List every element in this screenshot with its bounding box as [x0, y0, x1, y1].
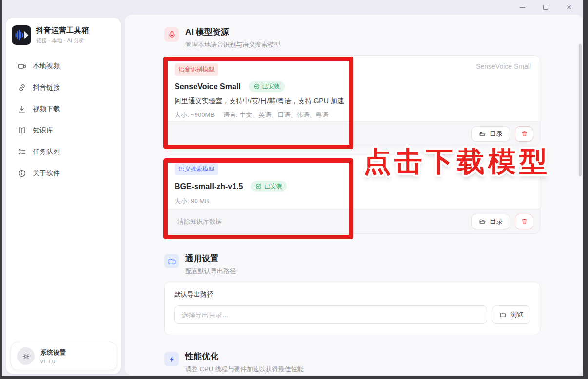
delete-model-button[interactable]	[515, 214, 533, 229]
sidebar: 抖音运营工具箱 链接 · 本地 · AI 分析 本地视频 抖音链接 视频下载 知…	[6, 18, 121, 374]
settings-page: AI 模型资源 管理本地语音识别与语义搜索模型 语音识别模型 SenseVoic…	[125, 15, 583, 375]
app-title: 抖音运营工具箱	[36, 26, 89, 35]
sidebar-item-label: 任务队列	[33, 148, 60, 156]
model-languages: 语言: 中文、英语、日语、韩语、粤语	[223, 111, 328, 119]
sidebar-item-task-queue[interactable]: 任务队列	[6, 141, 121, 163]
open-directory-button[interactable]: 目录	[471, 214, 510, 229]
trash-icon	[521, 130, 528, 137]
model-meta: 大小: 90 MB	[175, 197, 530, 206]
gear-icon	[17, 347, 35, 365]
folder-open-icon	[479, 130, 486, 137]
export-path-card: 默认导出路径 浏览	[164, 282, 540, 335]
section-title: AI 模型资源	[185, 26, 280, 38]
section-title: 性能优化	[185, 351, 304, 362]
maximize-button[interactable]	[540, 2, 551, 13]
sidebar-item-label: 知识库	[33, 126, 53, 135]
system-settings-card[interactable]: 系统设置 v1.1.0	[11, 342, 117, 370]
installed-badge: 已安装	[251, 181, 287, 192]
folder-icon	[499, 311, 507, 319]
app-brand: 抖音运营工具箱 链接 · 本地 · AI 分析	[6, 18, 121, 45]
microphone-icon	[164, 27, 179, 42]
app-subtitle: 链接 · 本地 · AI 分析	[36, 37, 89, 44]
check-circle-icon	[255, 183, 262, 190]
sidebar-item-label: 抖音链接	[33, 83, 60, 92]
download-icon	[18, 105, 26, 114]
app-version: v1.1.0	[40, 359, 66, 364]
model-card-bge: 语义搜索模型 BGE-small-zh-v1.5 已安装 大小: 90 MB 清…	[164, 155, 540, 234]
close-icon: ✕	[566, 4, 572, 11]
folder-icon	[164, 254, 179, 268]
scrollbar-thumb[interactable]	[579, 44, 582, 176]
browse-button[interactable]: 浏览	[492, 305, 530, 324]
task-list-icon	[18, 148, 26, 156]
model-name: BGE-small-zh-v1.5	[175, 182, 243, 191]
model-type-badge: 语音识别模型	[175, 63, 218, 76]
sidebar-item-local-video[interactable]: 本地视频	[6, 56, 121, 77]
link-icon	[18, 83, 26, 92]
video-camera-icon	[18, 62, 26, 71]
model-description: 阿里通义实验室，支持中/英/日/韩/粤语，支持 GPU 加速	[175, 97, 530, 106]
model-type-badge: 语义搜索模型	[175, 163, 218, 175]
folder-open-icon	[479, 218, 486, 225]
sidebar-item-about[interactable]: 关于软件	[6, 163, 121, 184]
system-settings-label: 系统设置	[40, 348, 66, 357]
minimize-icon	[520, 7, 525, 8]
model-watermark: SenseVoice Small	[476, 62, 531, 70]
app-logo-icon	[12, 25, 31, 45]
section-title: 通用设置	[185, 253, 236, 264]
installed-badge: 已安装	[249, 81, 285, 92]
check-circle-icon	[254, 83, 260, 90]
sidebar-item-label: 关于软件	[33, 169, 60, 178]
sidebar-nav: 本地视频 抖音链接 视频下载 知识库 任务队列 关于软件	[6, 56, 121, 184]
model-size: 大小: ~900MB	[175, 111, 215, 119]
close-button[interactable]: ✕	[564, 2, 574, 13]
section-subtitle: 管理本地语音识别与语义搜索模型	[185, 40, 280, 49]
trash-icon	[521, 218, 528, 225]
lightning-bolt-icon	[164, 352, 179, 366]
model-card-sensevoice: 语音识别模型 SenseVoice Small 已安装 阿里通义实验室，支持中/…	[164, 55, 540, 146]
model-meta: 大小: ~900MB 语言: 中文、英语、日语、韩语、粤语	[175, 111, 530, 119]
sidebar-item-douyin-link[interactable]: 抖音链接	[6, 77, 121, 98]
export-path-input[interactable]	[174, 305, 487, 324]
model-size: 大小: 90 MB	[175, 197, 209, 206]
maximize-icon	[543, 5, 548, 10]
app-window: ✕ 抖音运营工具箱 链接 · 本地 · AI 分析	[2, 0, 583, 376]
sidebar-item-label: 视频下载	[33, 105, 60, 114]
section-subtitle: 调整 CPU 线程与硬件加速以获得最佳性能	[185, 365, 304, 374]
section-performance-header: 性能优化 调整 CPU 线程与硬件加速以获得最佳性能	[164, 351, 540, 374]
open-directory-button[interactable]: 目录	[471, 126, 510, 142]
sidebar-item-knowledge-base[interactable]: 知识库	[6, 120, 121, 141]
delete-model-button[interactable]	[515, 126, 533, 142]
export-path-label: 默认导出路径	[174, 290, 530, 299]
section-general-header: 通用设置 配置默认导出路径	[164, 253, 540, 276]
clear-knowledge-base-button[interactable]: 清除知识库数据	[171, 217, 222, 226]
open-book-icon	[18, 126, 26, 135]
section-ai-models-header: AI 模型资源 管理本地语音识别与语义搜索模型	[164, 26, 540, 49]
titlebar[interactable]: ✕	[2, 0, 583, 15]
section-subtitle: 配置默认导出路径	[185, 267, 236, 276]
sidebar-item-label: 本地视频	[33, 62, 60, 71]
minimize-button[interactable]	[517, 2, 528, 13]
model-name: SenseVoice Small	[175, 82, 241, 91]
info-circle-icon	[18, 169, 26, 178]
main-panel: AI 模型资源 管理本地语音识别与语义搜索模型 语音识别模型 SenseVoic…	[125, 15, 583, 375]
sidebar-item-video-download[interactable]: 视频下载	[6, 98, 121, 120]
